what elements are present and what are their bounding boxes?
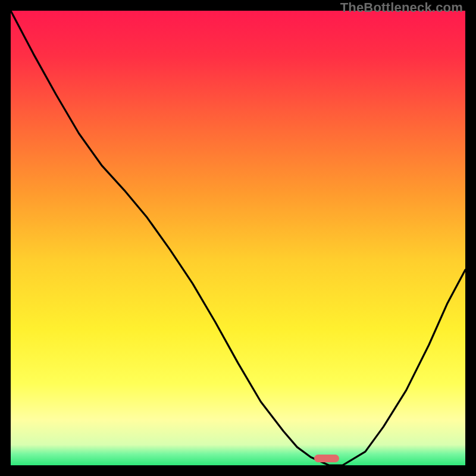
watermark-text: TheBottleneck.com bbox=[340, 0, 463, 15]
gradient-background bbox=[11, 11, 465, 465]
chart-frame bbox=[11, 11, 465, 465]
bottleneck-plot bbox=[11, 11, 465, 465]
optimal-marker bbox=[314, 455, 339, 462]
